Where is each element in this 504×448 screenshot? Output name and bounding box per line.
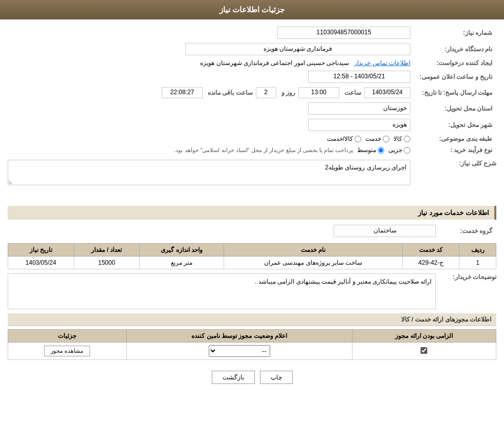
- reply-date: 1403/05/24: [364, 87, 410, 98]
- permits-col-details: جزئیات: [8, 330, 127, 343]
- purchase-type-label: نوع فرآیند خرید :: [414, 144, 496, 156]
- cell-name: ساخت سایر پروژه‌های مهندسی عمران: [224, 257, 402, 269]
- cell-date: 1403/05/24: [8, 257, 74, 269]
- notice-number-label: شماره نیاز:: [414, 25, 496, 41]
- category-kala-label: کالا: [393, 135, 402, 142]
- reply-days-label: روز و: [281, 89, 295, 96]
- permit-status-select[interactable]: --: [209, 345, 270, 357]
- permits-row: -- مشاهده مجوز: [8, 343, 496, 360]
- announce-date-input: 1403/05/21 - 12:58: [308, 71, 410, 83]
- reply-remaining: 22:08:27: [162, 87, 203, 98]
- category-khedmat-radio[interactable]: [383, 136, 389, 142]
- buyer-org-row: نام دستگاه خریدار: فرمانداری شهرستان هوی…: [8, 41, 496, 57]
- reply-deadline-label: مهلت ارسال پاسخ: تا تاریخ:: [414, 85, 496, 100]
- purchase-motevaset-radio[interactable]: [378, 147, 384, 154]
- category-row: طبقه بندی موضوعی: کالا خدمت: [8, 133, 496, 144]
- permit-view-button[interactable]: مشاهده مجوز: [44, 346, 90, 356]
- services-data-table: ردیف کد خدمت نام خدمت واحد اندازه گیری ت…: [8, 243, 496, 269]
- col-date: تاریخ نیاز: [8, 244, 74, 257]
- purchase-type-row: نوع فرآیند خرید : جزیی متوسط پرداخت تمام…: [8, 144, 496, 156]
- category-label: طبقه بندی موضوعی:: [414, 133, 496, 144]
- category-kala-radio[interactable]: [404, 136, 410, 142]
- reply-time: 13:00: [298, 87, 339, 98]
- reply-time-label: ساعت: [344, 89, 361, 96]
- purchase-motevaset-label: متوسط: [357, 146, 376, 154]
- category-radio-group: کالا خدمت کالا/خدمت: [12, 135, 410, 142]
- footer-buttons: چاپ بازگشت: [8, 363, 496, 392]
- service-group-table: گروه خدمت: ساختمان: [8, 223, 496, 239]
- permits-section-title: اطلاعات مجوزهای ارائه خدمت / کالا: [8, 313, 496, 326]
- purchase-motevaset-option[interactable]: متوسط: [357, 146, 384, 154]
- general-desc-text: اجرای زیرسازی روستای طویله2: [325, 164, 406, 171]
- creator-link[interactable]: اطلاعات تماس خریدار: [354, 59, 410, 67]
- permit-details-cell: مشاهده مجوز: [8, 343, 127, 360]
- notice-number-row: شماره نیاز: 1103094857000015: [8, 25, 496, 41]
- buyer-org-input: فرمانداری شهرستان هویزه: [185, 43, 410, 55]
- service-group-row: گروه خدمت: ساختمان: [8, 223, 496, 239]
- purchase-jozi-radio[interactable]: [404, 147, 410, 154]
- reply-remaining-label: ساعت باقی مانده: [208, 89, 253, 96]
- page-title: جزئیات اطلاعات نیاز: [220, 5, 284, 14]
- province-row: استان محل تحویل: خوزستان: [8, 100, 496, 117]
- reply-deadline-row: مهلت ارسال پاسخ: تا تاریخ: 1403/05/24 سا…: [8, 85, 496, 100]
- cell-quantity: 15000: [74, 257, 140, 269]
- province-input: خوزستان: [308, 102, 410, 115]
- purchase-jozi-option[interactable]: جزیی: [388, 146, 410, 154]
- service-group-label: گروه خدمت:: [440, 223, 496, 239]
- purchase-jozi-label: جزیی: [388, 146, 402, 154]
- creator-row: ایجاد کننده درخواست: اطلاعات تماس خریدار…: [8, 57, 496, 69]
- creator-value: سیدناجی حسینی امور اجتماعی فرمانداری شهر…: [200, 59, 349, 67]
- services-table-header-row: ردیف کد خدمت نام خدمت واحد اندازه گیری ت…: [8, 244, 496, 257]
- city-row: شهر محل تحویل: هویزه: [8, 117, 496, 133]
- buyer-desc-text: ارائه صلاحیت پیمانکاری معتبر و آنالیز قی…: [12, 278, 431, 285]
- announce-date-label: تاریخ و ساعت اعلان عمومی:: [414, 69, 496, 85]
- category-kala-khedmat-option[interactable]: کالا/خدمت: [327, 135, 361, 142]
- category-khedmat-option[interactable]: خدمت: [365, 135, 389, 142]
- cell-unit: متر مربع: [140, 257, 224, 269]
- back-button[interactable]: بازگشت: [212, 371, 255, 384]
- service-group-input: ساختمان: [334, 225, 436, 237]
- buyer-org-label: نام دستگاه خریدار:: [414, 41, 496, 57]
- creator-label: ایجاد کننده درخواست:: [414, 57, 496, 69]
- col-row: ردیف: [459, 244, 496, 257]
- permit-status-cell: --: [126, 343, 352, 360]
- reply-deadline-group: 1403/05/24 ساعت 13:00 روز و 2 ساعت باقی …: [12, 87, 410, 98]
- permits-table: الزامی بودن ارائه مجوز اعلام وضعیت مجوز …: [8, 329, 496, 360]
- basic-info-table: شماره نیاز: 1103094857000015 نام دستگاه …: [8, 25, 496, 156]
- col-unit: واحد اندازه گیری: [140, 244, 224, 257]
- col-name: نام خدمت: [224, 244, 402, 257]
- general-desc-area: اجرای زیرسازی روستای طویله2: [8, 160, 410, 201]
- page-wrapper: جزئیات اطلاعات نیاز شماره نیاز: 11030948…: [0, 0, 504, 448]
- general-desc-label: شرح کلی نیاز:: [414, 160, 496, 167]
- table-row: 1 ج-42-429 ساخت سایر پروژه‌های مهندسی عم…: [8, 257, 496, 269]
- city-label: شهر محل تحویل:: [414, 117, 496, 133]
- announce-date-row: تاریخ و ساعت اعلان عمومی: 1403/05/21 - 1…: [8, 69, 496, 85]
- services-section-header: اطلاعات خدمات مورد نیاز: [8, 206, 496, 220]
- city-input: هویزه: [308, 119, 410, 131]
- purchase-type-group: جزیی متوسط پرداخت تمام یا بخشی از مبلغ خ…: [12, 146, 410, 154]
- category-khedmat-label: خدمت: [365, 135, 381, 142]
- permits-header-row: الزامی بودن ارائه مجوز اعلام وضعیت مجوز …: [8, 330, 496, 343]
- col-code: کد خدمت: [403, 244, 459, 257]
- notice-number-value: 1103094857000015: [54, 25, 414, 41]
- cell-code: ج-42-429: [403, 257, 459, 269]
- category-kala-option[interactable]: کالا: [393, 135, 410, 142]
- notice-number-input: 1103094857000015: [277, 27, 410, 39]
- general-desc-section: شرح کلی نیاز: اجرای زیرسازی روستای طویله…: [8, 160, 496, 201]
- permits-col-status: اعلام وضعیت مجوز توسط نامین کننده: [126, 330, 352, 343]
- buyer-desc-label: توضیحات خریدار:: [440, 273, 496, 281]
- reply-days: 2: [256, 87, 276, 98]
- category-kala-khedmat-label: کالا/خدمت: [327, 135, 353, 142]
- permit-required-checkbox[interactable]: [421, 347, 427, 354]
- permits-col-required: الزامی بودن ارائه مجوز: [352, 330, 496, 343]
- province-label: استان محل تحویل:: [414, 100, 496, 117]
- page-header: جزئیات اطلاعات نیاز: [0, 0, 504, 19]
- buyer-desc-box: ارائه صلاحیت پیمانکاری معتبر و آنالیز قی…: [8, 273, 436, 309]
- print-button[interactable]: چاپ: [260, 371, 293, 384]
- permit-required-cell: [352, 343, 496, 360]
- col-quantity: تعداد / مقدار: [74, 244, 140, 257]
- category-kala-khedmat-radio[interactable]: [355, 136, 361, 142]
- main-content: شماره نیاز: 1103094857000015 نام دستگاه …: [0, 19, 504, 397]
- buyer-desc-section: توضیحات خریدار: ارائه صلاحیت پیمانکاری م…: [8, 273, 496, 309]
- purchase-type-desc: پرداخت تمام یا بخشی از مبلغ خریدار از مح…: [174, 147, 353, 154]
